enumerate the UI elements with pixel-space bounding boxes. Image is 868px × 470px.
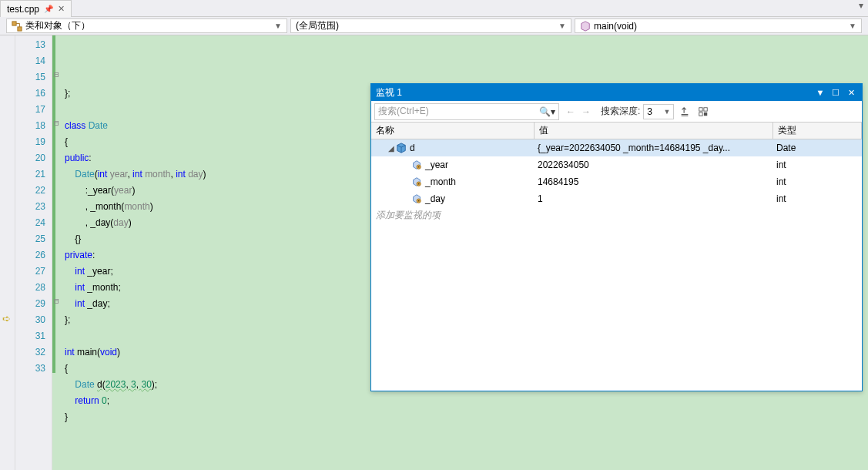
change-indicator <box>52 35 55 373</box>
field-icon <box>411 176 422 187</box>
fold-toggle-icon[interactable]: ⊟ <box>54 296 59 306</box>
var-name: _year <box>425 159 448 170</box>
tab-bar: test.cpp 📌 ✕ ▾ <box>0 0 868 17</box>
search-placeholder: 搜索(Ctrl+E) <box>378 105 429 118</box>
watch-row[interactable]: _day1int <box>371 190 862 207</box>
search-next-icon[interactable]: → <box>579 106 593 117</box>
scope-dropdown-function[interactable]: main(void) ▼ <box>575 18 862 33</box>
field-icon <box>411 193 422 204</box>
fold-toggle-icon[interactable]: ⊟ <box>54 69 59 79</box>
var-type: Date <box>773 143 862 153</box>
fold-toggle-icon[interactable]: ⊟ <box>54 118 59 128</box>
add-watch-item[interactable]: 添加要监视的项 <box>371 207 862 223</box>
glyph-margin: ➪ <box>0 35 15 470</box>
var-type: int <box>773 193 862 204</box>
watch-window: 监视 1 ▼ ☐ ✕ 搜索(Ctrl+E) 🔍▾ ← → 搜索深度: 3 ▼ 名… <box>370 83 863 391</box>
tab-overflow-dropdown[interactable]: ▾ <box>854 0 868 16</box>
chevron-down-icon: ▼ <box>849 22 856 30</box>
current-statement-arrow-icon: ➪ <box>2 313 11 324</box>
var-value[interactable]: {_year=2022634050 _month=14684195 _day..… <box>535 143 773 153</box>
svg-rect-13 <box>418 200 420 202</box>
class-view-icon <box>12 21 22 32</box>
svg-rect-9 <box>418 166 420 168</box>
svg-rect-4 <box>699 107 702 110</box>
svg-rect-0 <box>12 21 16 25</box>
var-value[interactable]: 2022634050 <box>535 159 773 170</box>
watch-column-header: 名称 值 类型 <box>371 123 862 139</box>
watch-row[interactable]: _month14684195int <box>371 173 862 190</box>
object-icon <box>396 143 407 153</box>
search-nav: ← → <box>564 106 593 117</box>
close-icon[interactable]: ✕ <box>845 86 857 99</box>
column-header-value[interactable]: 值 <box>535 123 773 139</box>
column-header-name[interactable]: 名称 <box>371 123 535 139</box>
search-prev-icon[interactable]: ← <box>564 106 578 117</box>
watch-search-input[interactable]: 搜索(Ctrl+E) 🔍▾ <box>374 103 559 120</box>
watch-title-text: 监视 1 <box>376 86 814 99</box>
watch-row[interactable]: _year2022634050int <box>371 156 862 173</box>
var-name: d <box>410 143 415 153</box>
chevron-down-icon: ▼ <box>274 22 282 30</box>
var-type: int <box>773 159 862 170</box>
search-icon[interactable]: 🔍▾ <box>539 106 555 117</box>
pin-icon[interactable]: 📌 <box>44 5 53 13</box>
svg-rect-1 <box>18 26 22 30</box>
scope-namespace-label: (全局范围) <box>296 19 339 32</box>
tab-filename: test.cpp <box>7 4 39 15</box>
scope-dropdown-project[interactable]: 类和对象（下） ▼ <box>6 18 287 33</box>
navigation-bar: 类和对象（下） ▼ (全局范围) ▼ main(void) ▼ <box>0 17 868 35</box>
chevron-down-icon: ▼ <box>663 108 670 116</box>
file-tab[interactable]: test.cpp 📌 ✕ <box>0 0 72 17</box>
scope-project-label: 类和对象（下） <box>25 19 90 32</box>
settings-icon[interactable] <box>695 104 711 119</box>
watch-row[interactable]: ◢d{_year=2022634050 _month=14684195 _day… <box>371 139 862 156</box>
depth-dropdown[interactable]: 3 ▼ <box>643 104 674 119</box>
column-header-type[interactable]: 类型 <box>773 123 862 139</box>
maximize-icon[interactable]: ☐ <box>829 86 842 99</box>
var-value[interactable]: 1 <box>535 193 773 204</box>
close-tab-icon[interactable]: ✕ <box>58 4 65 14</box>
var-name: _day <box>425 193 445 204</box>
var-name: _month <box>425 176 456 187</box>
watch-toolbar: 搜索(Ctrl+E) 🔍▾ ← → 搜索深度: 3 ▼ <box>371 101 862 123</box>
filter-icon[interactable] <box>677 104 692 119</box>
watch-titlebar[interactable]: 监视 1 ▼ ☐ ✕ <box>371 84 862 101</box>
method-icon <box>580 21 591 32</box>
watch-body: ◢d{_year=2022634050 _month=14684195 _day… <box>371 139 862 391</box>
window-dropdown-icon[interactable]: ▼ <box>814 86 826 99</box>
svg-rect-7 <box>704 112 707 115</box>
folding-margin: ⊟ ⊟ ⊟ <box>52 35 65 470</box>
svg-rect-11 <box>418 183 420 185</box>
chevron-down-icon: ▼ <box>558 22 566 30</box>
scope-dropdown-namespace[interactable]: (全局范围) ▼ <box>290 18 571 33</box>
svg-rect-5 <box>704 107 707 110</box>
svg-rect-6 <box>699 112 702 115</box>
field-icon <box>411 159 422 170</box>
var-value[interactable]: 14684195 <box>535 176 773 187</box>
depth-label: 搜索深度: <box>601 105 640 118</box>
line-number-gutter: 1314151617181920212223242526272829303132… <box>15 35 52 470</box>
var-type: int <box>773 176 862 187</box>
depth-value: 3 <box>647 106 652 117</box>
scope-function-label: main(void) <box>594 21 637 32</box>
